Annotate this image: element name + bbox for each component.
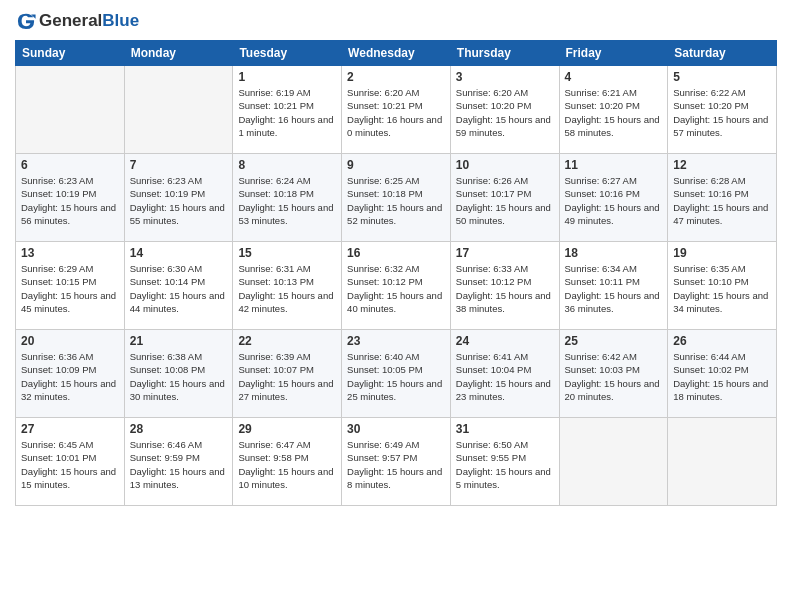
- day-number: 10: [456, 158, 554, 172]
- header: General Blue: [15, 10, 777, 32]
- day-info: Sunrise: 6:50 AM Sunset: 9:55 PM Dayligh…: [456, 438, 554, 491]
- calendar-cell: 4Sunrise: 6:21 AM Sunset: 10:20 PM Dayli…: [559, 66, 668, 154]
- calendar-cell: 19Sunrise: 6:35 AM Sunset: 10:10 PM Dayl…: [668, 242, 777, 330]
- day-info: Sunrise: 6:24 AM Sunset: 10:18 PM Daylig…: [238, 174, 336, 227]
- col-header-wednesday: Wednesday: [342, 41, 451, 66]
- day-info: Sunrise: 6:35 AM Sunset: 10:10 PM Daylig…: [673, 262, 771, 315]
- calendar-cell: 5Sunrise: 6:22 AM Sunset: 10:20 PM Dayli…: [668, 66, 777, 154]
- day-number: 27: [21, 422, 119, 436]
- day-number: 3: [456, 70, 554, 84]
- calendar-week-row: 6Sunrise: 6:23 AM Sunset: 10:19 PM Dayli…: [16, 154, 777, 242]
- day-info: Sunrise: 6:33 AM Sunset: 10:12 PM Daylig…: [456, 262, 554, 315]
- calendar-table: SundayMondayTuesdayWednesdayThursdayFrid…: [15, 40, 777, 506]
- day-number: 23: [347, 334, 445, 348]
- calendar-cell: 21Sunrise: 6:38 AM Sunset: 10:08 PM Dayl…: [124, 330, 233, 418]
- day-number: 12: [673, 158, 771, 172]
- calendar-cell: 11Sunrise: 6:27 AM Sunset: 10:16 PM Dayl…: [559, 154, 668, 242]
- calendar-week-row: 13Sunrise: 6:29 AM Sunset: 10:15 PM Dayl…: [16, 242, 777, 330]
- col-header-thursday: Thursday: [450, 41, 559, 66]
- day-info: Sunrise: 6:27 AM Sunset: 10:16 PM Daylig…: [565, 174, 663, 227]
- calendar-cell: 17Sunrise: 6:33 AM Sunset: 10:12 PM Dayl…: [450, 242, 559, 330]
- day-info: Sunrise: 6:49 AM Sunset: 9:57 PM Dayligh…: [347, 438, 445, 491]
- col-header-tuesday: Tuesday: [233, 41, 342, 66]
- calendar-cell: 30Sunrise: 6:49 AM Sunset: 9:57 PM Dayli…: [342, 418, 451, 506]
- calendar-cell: 16Sunrise: 6:32 AM Sunset: 10:12 PM Dayl…: [342, 242, 451, 330]
- calendar-cell: 24Sunrise: 6:41 AM Sunset: 10:04 PM Dayl…: [450, 330, 559, 418]
- day-info: Sunrise: 6:39 AM Sunset: 10:07 PM Daylig…: [238, 350, 336, 403]
- calendar-cell: 15Sunrise: 6:31 AM Sunset: 10:13 PM Dayl…: [233, 242, 342, 330]
- day-info: Sunrise: 6:31 AM Sunset: 10:13 PM Daylig…: [238, 262, 336, 315]
- calendar-cell: 26Sunrise: 6:44 AM Sunset: 10:02 PM Dayl…: [668, 330, 777, 418]
- calendar-cell: 2Sunrise: 6:20 AM Sunset: 10:21 PM Dayli…: [342, 66, 451, 154]
- calendar-cell: 27Sunrise: 6:45 AM Sunset: 10:01 PM Dayl…: [16, 418, 125, 506]
- day-info: Sunrise: 6:21 AM Sunset: 10:20 PM Daylig…: [565, 86, 663, 139]
- day-info: Sunrise: 6:19 AM Sunset: 10:21 PM Daylig…: [238, 86, 336, 139]
- calendar-cell: [559, 418, 668, 506]
- day-info: Sunrise: 6:38 AM Sunset: 10:08 PM Daylig…: [130, 350, 228, 403]
- day-info: Sunrise: 6:23 AM Sunset: 10:19 PM Daylig…: [130, 174, 228, 227]
- calendar-cell: 8Sunrise: 6:24 AM Sunset: 10:18 PM Dayli…: [233, 154, 342, 242]
- day-info: Sunrise: 6:34 AM Sunset: 10:11 PM Daylig…: [565, 262, 663, 315]
- day-info: Sunrise: 6:28 AM Sunset: 10:16 PM Daylig…: [673, 174, 771, 227]
- calendar-cell: 28Sunrise: 6:46 AM Sunset: 9:59 PM Dayli…: [124, 418, 233, 506]
- day-number: 22: [238, 334, 336, 348]
- day-number: 18: [565, 246, 663, 260]
- day-info: Sunrise: 6:20 AM Sunset: 10:21 PM Daylig…: [347, 86, 445, 139]
- day-number: 21: [130, 334, 228, 348]
- day-number: 13: [21, 246, 119, 260]
- day-info: Sunrise: 6:45 AM Sunset: 10:01 PM Daylig…: [21, 438, 119, 491]
- calendar-cell: [124, 66, 233, 154]
- day-number: 9: [347, 158, 445, 172]
- day-info: Sunrise: 6:41 AM Sunset: 10:04 PM Daylig…: [456, 350, 554, 403]
- calendar-cell: 10Sunrise: 6:26 AM Sunset: 10:17 PM Dayl…: [450, 154, 559, 242]
- day-info: Sunrise: 6:29 AM Sunset: 10:15 PM Daylig…: [21, 262, 119, 315]
- calendar-cell: 13Sunrise: 6:29 AM Sunset: 10:15 PM Dayl…: [16, 242, 125, 330]
- calendar-cell: 25Sunrise: 6:42 AM Sunset: 10:03 PM Dayl…: [559, 330, 668, 418]
- day-number: 2: [347, 70, 445, 84]
- day-info: Sunrise: 6:40 AM Sunset: 10:05 PM Daylig…: [347, 350, 445, 403]
- day-number: 15: [238, 246, 336, 260]
- day-info: Sunrise: 6:44 AM Sunset: 10:02 PM Daylig…: [673, 350, 771, 403]
- col-header-monday: Monday: [124, 41, 233, 66]
- day-number: 5: [673, 70, 771, 84]
- logo: General Blue: [15, 10, 139, 32]
- day-number: 25: [565, 334, 663, 348]
- calendar-cell: [668, 418, 777, 506]
- calendar-cell: 3Sunrise: 6:20 AM Sunset: 10:20 PM Dayli…: [450, 66, 559, 154]
- day-number: 26: [673, 334, 771, 348]
- day-number: 4: [565, 70, 663, 84]
- calendar-cell: 12Sunrise: 6:28 AM Sunset: 10:16 PM Dayl…: [668, 154, 777, 242]
- day-info: Sunrise: 6:20 AM Sunset: 10:20 PM Daylig…: [456, 86, 554, 139]
- calendar-cell: 18Sunrise: 6:34 AM Sunset: 10:11 PM Dayl…: [559, 242, 668, 330]
- day-info: Sunrise: 6:25 AM Sunset: 10:18 PM Daylig…: [347, 174, 445, 227]
- calendar-cell: 7Sunrise: 6:23 AM Sunset: 10:19 PM Dayli…: [124, 154, 233, 242]
- logo-general-text: General: [39, 11, 102, 31]
- day-info: Sunrise: 6:30 AM Sunset: 10:14 PM Daylig…: [130, 262, 228, 315]
- calendar-week-row: 1Sunrise: 6:19 AM Sunset: 10:21 PM Dayli…: [16, 66, 777, 154]
- day-number: 17: [456, 246, 554, 260]
- day-number: 31: [456, 422, 554, 436]
- day-number: 16: [347, 246, 445, 260]
- calendar-cell: 1Sunrise: 6:19 AM Sunset: 10:21 PM Dayli…: [233, 66, 342, 154]
- day-number: 28: [130, 422, 228, 436]
- day-number: 6: [21, 158, 119, 172]
- calendar-cell: 9Sunrise: 6:25 AM Sunset: 10:18 PM Dayli…: [342, 154, 451, 242]
- day-number: 20: [21, 334, 119, 348]
- calendar-cell: 20Sunrise: 6:36 AM Sunset: 10:09 PM Dayl…: [16, 330, 125, 418]
- day-info: Sunrise: 6:36 AM Sunset: 10:09 PM Daylig…: [21, 350, 119, 403]
- calendar-header-row: SundayMondayTuesdayWednesdayThursdayFrid…: [16, 41, 777, 66]
- calendar-cell: 29Sunrise: 6:47 AM Sunset: 9:58 PM Dayli…: [233, 418, 342, 506]
- day-number: 24: [456, 334, 554, 348]
- day-info: Sunrise: 6:26 AM Sunset: 10:17 PM Daylig…: [456, 174, 554, 227]
- day-info: Sunrise: 6:47 AM Sunset: 9:58 PM Dayligh…: [238, 438, 336, 491]
- page: General Blue SundayMondayTuesdayWednesda…: [0, 0, 792, 612]
- calendar-cell: 6Sunrise: 6:23 AM Sunset: 10:19 PM Dayli…: [16, 154, 125, 242]
- day-number: 8: [238, 158, 336, 172]
- calendar-cell: 14Sunrise: 6:30 AM Sunset: 10:14 PM Dayl…: [124, 242, 233, 330]
- day-info: Sunrise: 6:22 AM Sunset: 10:20 PM Daylig…: [673, 86, 771, 139]
- day-number: 19: [673, 246, 771, 260]
- day-info: Sunrise: 6:23 AM Sunset: 10:19 PM Daylig…: [21, 174, 119, 227]
- day-number: 11: [565, 158, 663, 172]
- col-header-sunday: Sunday: [16, 41, 125, 66]
- day-number: 30: [347, 422, 445, 436]
